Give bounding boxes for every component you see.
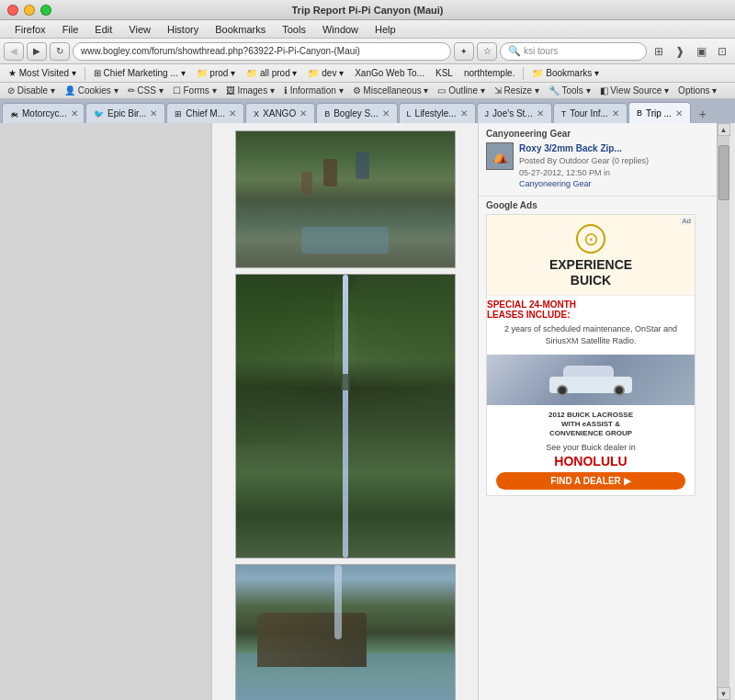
trip-image-top: [235, 130, 456, 268]
scroll-up-arrow[interactable]: ▲: [718, 123, 730, 136]
ad-container[interactable]: Ad ⊙ EXPERIENCEBUICK SPECIAL 24-MONTHLEA…: [486, 214, 695, 496]
bk-all-prod[interactable]: 📁 all prod ▾: [242, 67, 301, 79]
rs-post-avatar: ⛺: [486, 142, 514, 170]
bk-most-visited[interactable]: ★ Most Visited ▾: [4, 67, 81, 79]
back-button[interactable]: ◀: [4, 42, 24, 61]
car-shape: [549, 366, 632, 393]
rs-canyoneering-section: Canyoneering Gear ⛺ Roxy 3/2mm Back Zip.…: [479, 123, 717, 197]
minimize-button[interactable]: [24, 5, 35, 16]
nav-extra-3[interactable]: ▣: [692, 42, 710, 61]
dev-images[interactable]: 🖼 Images ▾: [222, 85, 278, 96]
tab-trip[interactable]: B Trip ... ✕: [628, 102, 691, 123]
search-text: ksi tours: [524, 46, 558, 56]
rs-avatar-icon: ⛺: [492, 149, 508, 164]
bk-dev[interactable]: 📁 dev ▾: [303, 67, 348, 79]
dev-resize[interactable]: ⇲ Resize ▾: [491, 85, 543, 96]
tab-label-joes: Joe's St...: [492, 108, 533, 119]
url-star-button[interactable]: ☆: [477, 42, 497, 61]
ad-find-dealer-button[interactable]: FIND A DEALER ▶: [496, 472, 685, 490]
new-tab-button[interactable]: +: [694, 105, 712, 123]
thread-content-left: [0, 123, 211, 700]
dev-options[interactable]: Options ▾: [674, 85, 720, 96]
rs-post-title[interactable]: Roxy 3/2mm Back Zip...: [519, 142, 649, 155]
dev-cookies[interactable]: 👤 Cookies ▾: [61, 85, 122, 96]
bk-ksl[interactable]: KSL: [431, 67, 458, 79]
nav-extra-4[interactable]: ⊡: [713, 42, 731, 61]
dev-tools[interactable]: 🔧 Tools ▾: [545, 85, 594, 96]
tab-close-lifestyle[interactable]: ✕: [460, 108, 468, 119]
forward-button[interactable]: ▶: [27, 42, 47, 61]
menu-help[interactable]: Help: [368, 23, 403, 36]
maximize-button[interactable]: [40, 5, 51, 16]
tab-favicon-tourinf: T: [561, 109, 567, 119]
bk-prod[interactable]: 📁 prod ▾: [192, 67, 241, 79]
ad-logo: ⊙: [576, 224, 605, 254]
tab-close-xango[interactable]: ✕: [300, 108, 307, 119]
dev-misc[interactable]: ⚙ Miscellaneous ▾: [349, 85, 433, 96]
url-go-button[interactable]: ✦: [454, 42, 474, 61]
menu-window[interactable]: Window: [315, 23, 366, 36]
tab-close-bogley[interactable]: ✕: [382, 108, 390, 119]
navbar: ◀ ▶ ↻ www.bogley.com/forum/showthread.ph…: [0, 39, 735, 64]
nav-extra-2[interactable]: ❱: [671, 42, 689, 61]
search-icon: 🔍: [508, 45, 521, 57]
trip-image-mid: [235, 274, 456, 559]
dev-information[interactable]: ℹ Information ▾: [280, 85, 347, 96]
tab-joes[interactable]: J Joe's St... ✕: [477, 103, 552, 123]
menu-bookmarks[interactable]: Bookmarks: [208, 23, 273, 36]
google-ads-title: Google Ads: [486, 200, 709, 210]
waterfall-visual: [343, 275, 348, 558]
bk-chief-marketing[interactable]: ⊞ Chief Marketing ... ▾: [89, 67, 190, 79]
images-column: [211, 123, 478, 700]
close-button[interactable]: [7, 5, 18, 16]
bk-xango[interactable]: XanGo Web To...: [350, 67, 429, 79]
tabsbar: 🏍 Motorcyc... ✕ 🐦 Epic Bir... ✕ ⊞ Chief …: [0, 99, 735, 123]
bk-bookmarks[interactable]: 📁 Bookmarks ▾: [527, 67, 604, 79]
scroll-down-arrow[interactable]: ▼: [718, 687, 730, 700]
url-bar[interactable]: www.bogley.com/forum/showthread.php?6392…: [73, 42, 451, 61]
tab-chiefm[interactable]: ⊞ Chief M... ✕: [166, 103, 244, 123]
refresh-button[interactable]: ↻: [50, 42, 70, 61]
ad-subtitle: SPECIAL 24-MONTHLEASES INCLUDE:: [487, 299, 695, 320]
window-title: Trip Report Pi-Pi Canyon (Maui): [291, 5, 443, 16]
tab-close-tourinf[interactable]: ✕: [612, 108, 619, 119]
menu-edit[interactable]: Edit: [87, 23, 119, 36]
trip-image-bot: [235, 564, 456, 700]
scroll-thumb[interactable]: [718, 145, 729, 200]
dev-css[interactable]: ✏ CSS ▾: [124, 85, 167, 96]
tab-label-xango: XANGO: [263, 108, 296, 119]
dev-forms[interactable]: ☐ Forms ▾: [169, 85, 220, 96]
dev-disable[interactable]: ⊘ Disable ▾: [4, 85, 59, 96]
scroll-track[interactable]: [718, 136, 729, 687]
nav-extra-1[interactable]: ⊞: [650, 42, 668, 61]
tab-favicon-chiefm: ⊞: [175, 109, 182, 119]
search-bar[interactable]: 🔍 ksi tours: [500, 42, 647, 61]
menu-firefox[interactable]: Firefox: [7, 23, 53, 36]
tab-close-joes[interactable]: ✕: [537, 108, 544, 119]
tab-close-trip[interactable]: ✕: [675, 108, 683, 119]
tab-lifestyle[interactable]: L Lifestyle... ✕: [399, 103, 476, 123]
tab-close-motorcyc[interactable]: ✕: [71, 108, 78, 119]
ad-body-area: SPECIAL 24-MONTHLEASES INCLUDE: 2 years …: [487, 299, 695, 489]
google-ads-section: Google Ads Ad ⊙ EXPERIENCEBUICK SPECIAL …: [479, 197, 717, 700]
menu-tools[interactable]: Tools: [275, 23, 313, 36]
dev-view-source[interactable]: ◧ View Source ▾: [596, 85, 673, 96]
content-area: Canyoneering Gear ⛺ Roxy 3/2mm Back Zip.…: [0, 123, 735, 700]
dev-outline[interactable]: ▭ Outline ▾: [434, 85, 488, 96]
tab-close-epicbir[interactable]: ✕: [150, 108, 157, 119]
tab-bogley[interactable]: B Bogley S... ✕: [316, 103, 397, 123]
tab-epicbir[interactable]: 🐦 Epic Bir... ✕: [85, 103, 165, 123]
rs-canyoneering-title: Canyoneering Gear: [486, 129, 709, 139]
menu-view[interactable]: View: [121, 23, 158, 36]
menu-file[interactable]: File: [55, 23, 86, 36]
ad-header: Ad ⊙ EXPERIENCEBUICK: [487, 215, 695, 297]
tab-favicon-lifestyle: L: [407, 109, 412, 119]
menu-history[interactable]: History: [160, 23, 206, 36]
tab-label-trip: Trip ...: [646, 108, 672, 119]
tab-tourinf[interactable]: T Tour Inf... ✕: [553, 103, 628, 123]
tab-xango[interactable]: X XANGO ✕: [245, 103, 315, 123]
bk-northtemple[interactable]: northtemple.: [459, 67, 520, 79]
scrollbar: ▲ ▼: [717, 123, 729, 700]
tab-motorcyc[interactable]: 🏍 Motorcyc... ✕: [2, 103, 85, 123]
tab-close-chiefm[interactable]: ✕: [229, 108, 236, 119]
